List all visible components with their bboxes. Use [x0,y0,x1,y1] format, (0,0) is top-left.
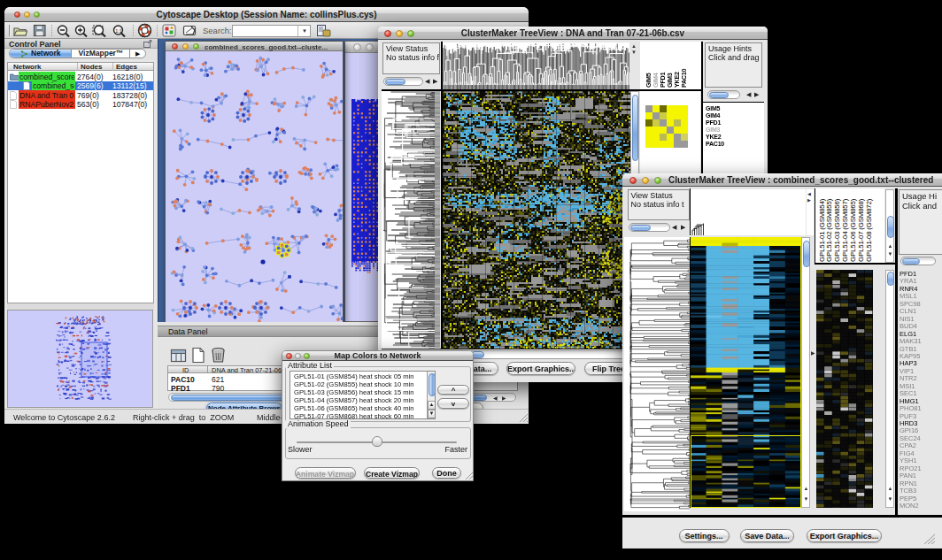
svg-text:1:1: 1:1 [115,28,122,34]
